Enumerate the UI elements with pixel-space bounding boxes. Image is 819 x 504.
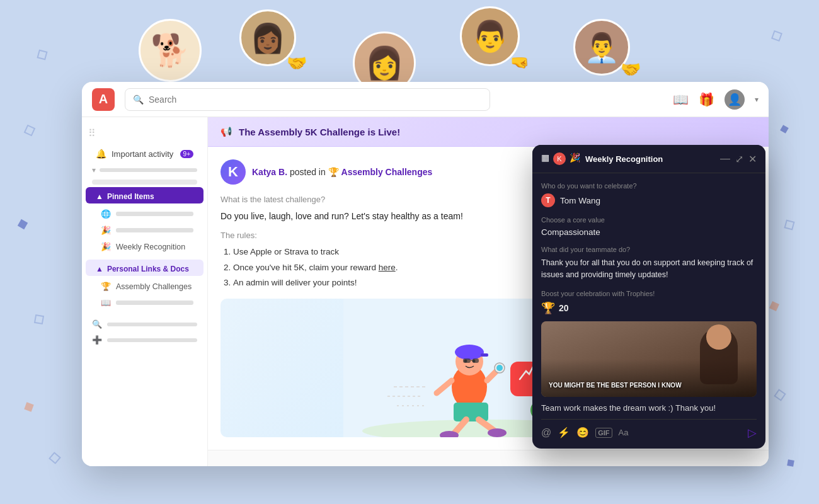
search-input[interactable] [149, 94, 482, 105]
gift-icon[interactable]: 🎁 [699, 92, 714, 107]
mention-icon[interactable]: @ [541, 427, 551, 438]
celebratee-avatar: T [541, 193, 555, 207]
lightning-icon[interactable]: ⚡ [558, 427, 570, 438]
send-icon[interactable]: ▷ [748, 426, 757, 440]
svg-rect-11 [481, 353, 488, 357]
sidebar-personal-docs[interactable]: ▲ Personal Links & Docs [86, 260, 203, 276]
trophy-icon: 🏆 [541, 301, 555, 315]
search-bar[interactable]: 🔍 [125, 88, 490, 111]
app-window: A 🔍 📖 🎁 👤 ▾ ⠿ 🔔 Important activity 9+ [82, 82, 769, 466]
sidebar-collapse[interactable]: ▾ [82, 163, 207, 177]
sidebar-item-important-activity[interactable]: 🔔 Important activity 9+ [86, 145, 203, 163]
trophies-row: 🏆 20 [541, 301, 757, 315]
core-value-label: Choose a core value [541, 216, 757, 224]
recognition-toolbar: @ ⚡ 😊 GIF Aa ▷ [541, 419, 757, 440]
recognition-header-actions: — ⤢ ✕ [720, 153, 757, 165]
announcement-banner: 📢 The Assembly 5K Challenge is Live! [208, 117, 769, 147]
recognition-header-icons: ▦ K 🎉 [541, 152, 580, 165]
trophy-icon-sidebar: 🏆 [101, 282, 111, 291]
close-icon[interactable]: ✕ [748, 153, 757, 165]
what-did-text: Thank you for all that you do on support… [541, 257, 757, 281]
recognition-header: ▦ K 🎉 Weekly Recognition — ⤢ ✕ [532, 145, 765, 173]
sidebar-sub-item-2[interactable]: 🎉 [86, 222, 203, 238]
minimize-icon[interactable]: — [720, 153, 730, 165]
celebratee-row: T Tom Wang [541, 193, 757, 207]
channel-icon: 🏆 [328, 167, 341, 177]
sidebar-sub-item-1[interactable]: 🌐 [86, 206, 203, 222]
party-icon: 🎉 [101, 226, 111, 235]
sidebar: ⠿ 🔔 Important activity 9+ ▾ ▲ Pinned Ite… [82, 117, 208, 466]
celebratee-name: Tom Wang [560, 196, 600, 205]
reward-link[interactable]: here [379, 263, 396, 272]
header-icons: 📖 🎁 👤 ▾ [673, 89, 759, 110]
celebrate-label: Who do you want to celebrate? [541, 182, 757, 190]
chevron-up-icon: ▲ [96, 192, 103, 201]
activity-badge: 9+ [180, 150, 193, 158]
what-did-label: What did your teammate do? [541, 246, 757, 253]
boost-label: Boost your celebration with Trophies! [541, 290, 757, 297]
gif-overlay-text: YOU MIGHT BE THE BEST PERSON I KNOW [546, 379, 684, 392]
megaphone-icon: 📢 [220, 126, 232, 137]
sidebar-sub-item-book[interactable]: 📖 [86, 295, 203, 311]
sidebar-item-label: Important activity [112, 149, 173, 159]
app-logo[interactable]: A [92, 88, 115, 111]
globe-icon: 🌐 [101, 209, 111, 219]
recognition-panel: ▦ K 🎉 Weekly Recognition — ⤢ ✕ Who do yo… [532, 145, 765, 449]
celebration-icon: 🎉 [101, 242, 111, 251]
announcement-text: The Assembly 5K Challenge is Live! [239, 127, 400, 137]
sidebar-item-label-3: Assembly Challenges [116, 282, 192, 291]
gif-icon[interactable]: GIF [595, 428, 612, 438]
author-link[interactable]: Katya B. [252, 167, 287, 177]
svg-point-20 [496, 365, 503, 371]
logo-letter: A [99, 92, 108, 106]
book-icon-sidebar: 📖 [101, 298, 111, 307]
hash-icon: ▦ [541, 152, 549, 165]
app-header: A 🔍 📖 🎁 👤 ▾ [82, 82, 769, 117]
book-icon[interactable]: 📖 [673, 92, 689, 107]
sidebar-placeholder-1 [92, 180, 197, 185]
sidebar-extra-items: 🔍 ➕ [82, 311, 207, 350]
celebration-gif: YOU MIGHT BE THE BEST PERSON I KNOW [541, 321, 757, 397]
channel-link[interactable]: Assembly Challenges [341, 167, 433, 177]
search-icon: 🔍 [133, 94, 144, 105]
main-content: 📢 The Assembly 5K Challenge is Live! K K… [208, 117, 769, 466]
svg-rect-21 [454, 403, 488, 421]
svg-point-25 [488, 428, 507, 437]
trophy-count: 20 [559, 303, 569, 313]
sidebar-pinned-items[interactable]: ▲ Pinned Items [86, 187, 203, 203]
posted-in-text: posted in [290, 167, 326, 177]
recognition-footer-text: Team work makes the dream work :) Thank … [541, 403, 757, 413]
sidebar-drag-handle: ⠿ [82, 125, 207, 144]
sidebar-weekly-recognition[interactable]: 🎉 Weekly Recognition [86, 239, 203, 255]
post-author-info: Katya B. posted in 🏆 Assembly Challenges [252, 167, 432, 177]
party-icon-header: 🎉 [570, 152, 580, 165]
core-value: Compassionate [541, 227, 757, 237]
sidebar-section-label: Pinned Items [107, 192, 154, 201]
app-body: ⠿ 🔔 Important activity 9+ ▾ ▲ Pinned Ite… [82, 117, 769, 466]
recognition-body: Who do you want to celebrate? T Tom Wang… [532, 173, 765, 449]
user-avatar[interactable]: 👤 [724, 89, 745, 110]
activity-icon: 🔔 [96, 149, 106, 159]
post-author-avatar: K [220, 159, 246, 185]
chevron-down-icon[interactable]: ▾ [755, 95, 759, 104]
sidebar-assembly-challenges[interactable]: 🏆 Assembly Challenges [86, 278, 203, 294]
expand-icon[interactable]: ⤢ [735, 153, 743, 165]
svg-rect-15 [472, 358, 479, 363]
chevron-up-icon-2: ▲ [96, 265, 103, 273]
text-icon[interactable]: Aa [619, 428, 629, 437]
emoji-icon[interactable]: 😊 [576, 427, 589, 438]
sidebar-section-label-2: Personal Links & Docs [107, 265, 189, 273]
recognition-channel-name: Weekly Recognition [585, 154, 663, 164]
channel-avatar: K [553, 152, 566, 165]
svg-point-10 [455, 345, 484, 360]
sidebar-item-label: Weekly Recognition [116, 243, 185, 251]
svg-rect-14 [463, 358, 471, 363]
